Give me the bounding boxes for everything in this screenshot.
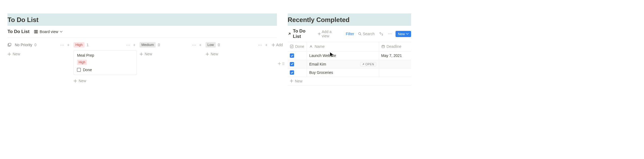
cell-name[interactable]: Email Kim OPEN xyxy=(307,60,379,68)
svg-rect-6 xyxy=(290,45,293,48)
svg-rect-1 xyxy=(35,30,36,33)
checkbox-column-icon xyxy=(290,45,294,48)
new-card-medium[interactable]: New xyxy=(140,50,152,58)
svg-rect-4 xyxy=(9,43,11,45)
search-icon xyxy=(358,32,362,36)
done-checkbox[interactable] xyxy=(290,53,294,58)
new-card-low[interactable]: New xyxy=(206,50,218,58)
checkbox-icon[interactable] xyxy=(77,68,81,72)
new-card-no-priority[interactable]: New xyxy=(8,50,20,58)
svg-point-8 xyxy=(283,62,283,63)
column-add-no-priority[interactable]: ＋ xyxy=(66,42,71,48)
add-view-button[interactable]: Add a view xyxy=(317,29,341,39)
table-row[interactable]: Launch Website May 7, 2021 xyxy=(288,52,411,60)
plus-icon xyxy=(277,62,281,66)
plus-icon xyxy=(290,79,293,83)
svg-rect-7 xyxy=(382,45,385,48)
linked-db-header: To Do List Add a view Filter Search ⋯ Ne… xyxy=(288,26,411,42)
board-column-medium: Medium 0 ⋯ ＋ New xyxy=(140,42,203,85)
more-button[interactable]: ⋯ xyxy=(387,31,393,37)
board: No Priority 0 ⋯ ＋ New High xyxy=(8,38,277,85)
svg-rect-0 xyxy=(34,30,35,33)
chevron-down-icon xyxy=(60,30,63,33)
card-tag-high: High xyxy=(77,60,87,65)
board-column-no-priority: No Priority 0 ⋯ ＋ New xyxy=(8,42,71,85)
plus-icon xyxy=(140,52,143,56)
drag-handle-icon xyxy=(282,62,285,66)
plus-icon xyxy=(8,52,11,56)
filter-button[interactable]: Filter xyxy=(346,32,354,36)
arrow-upper-right-icon xyxy=(288,32,291,36)
new-row-button[interactable]: New xyxy=(396,31,411,37)
empty-tag-icon xyxy=(8,43,12,47)
column-count-medium: 0 xyxy=(158,43,160,47)
column-count-high: 1 xyxy=(87,43,89,47)
card-done-row[interactable]: Done xyxy=(77,68,133,72)
new-card-high[interactable]: New xyxy=(74,77,86,85)
right-banner: Recently Completed xyxy=(288,13,411,26)
column-label-medium[interactable]: Medium xyxy=(140,42,156,48)
card-done-label: Done xyxy=(83,68,92,72)
done-checkbox[interactable] xyxy=(290,70,294,75)
cell-deadline[interactable] xyxy=(379,68,411,77)
left-banner: To Do List xyxy=(8,13,277,26)
add-column-button[interactable]: Add xyxy=(272,43,283,47)
card-title: Meal Prep xyxy=(77,53,133,57)
plus-icon xyxy=(272,43,275,47)
svg-rect-2 xyxy=(37,30,38,33)
board-view-button[interactable]: Board view xyxy=(32,28,64,35)
open-icon xyxy=(362,63,365,66)
svg-point-9 xyxy=(284,62,284,63)
svg-point-10 xyxy=(283,63,283,64)
board-view-label: Board view xyxy=(40,30,58,34)
board-column-high: High 1 ⋯ ＋ Meal Prep High Done xyxy=(74,42,137,85)
cell-deadline[interactable] xyxy=(379,60,411,68)
left-banner-title: To Do List xyxy=(8,16,274,24)
th-deadline[interactable]: Deadline xyxy=(381,44,401,49)
th-done[interactable]: Done xyxy=(290,44,304,49)
open-page-button[interactable]: OPEN xyxy=(360,62,376,66)
th-name[interactable]: Name xyxy=(309,44,324,49)
column-label-high[interactable]: High xyxy=(74,42,85,48)
table-new-row[interactable]: New xyxy=(288,77,411,86)
column-count-no-priority: 0 xyxy=(34,43,36,47)
column-count-low: 0 xyxy=(218,43,220,47)
column-add-high[interactable]: ＋ xyxy=(132,42,137,48)
linked-db-title[interactable]: To Do List xyxy=(288,28,314,39)
cell-name[interactable]: Launch Website xyxy=(307,52,379,60)
column-label-no-priority[interactable]: No Priority xyxy=(8,43,32,47)
done-checkbox[interactable] xyxy=(290,62,294,66)
column-add-medium[interactable]: ＋ xyxy=(198,42,203,48)
board-icon xyxy=(34,30,38,34)
column-label-low[interactable]: Low xyxy=(206,42,216,48)
board-subheader: To Do List Board view xyxy=(8,26,277,38)
recently-completed-table: Done Name Deadline xyxy=(288,42,411,86)
title-column-icon xyxy=(309,45,313,48)
plus-icon xyxy=(74,79,77,83)
plus-icon xyxy=(318,32,321,35)
plus-icon xyxy=(206,52,209,56)
column-menu-no-priority[interactable]: ⋯ xyxy=(60,42,65,48)
chevron-down-icon xyxy=(406,32,409,35)
right-banner-title: Recently Completed xyxy=(288,16,408,24)
card-meal-prep[interactable]: Meal Prep High Done xyxy=(74,50,137,75)
svg-point-12 xyxy=(283,64,283,65)
column-menu-low[interactable]: ⋯ xyxy=(258,42,263,48)
expand-icon xyxy=(379,32,383,36)
svg-point-13 xyxy=(284,64,284,65)
board-title: To Do List xyxy=(8,29,30,34)
row-drag-handle[interactable] xyxy=(282,62,285,66)
svg-point-11 xyxy=(284,63,284,64)
cell-deadline[interactable]: May 7, 2021 xyxy=(379,52,411,60)
table-row[interactable]: Buy Groceries xyxy=(288,68,411,77)
row-add-button[interactable] xyxy=(277,62,281,66)
date-column-icon xyxy=(381,45,385,48)
expand-button[interactable] xyxy=(378,31,384,36)
column-add-low[interactable]: ＋ xyxy=(264,42,269,48)
board-column-low: Low 0 ⋯ ＋ New xyxy=(206,42,269,85)
column-menu-high[interactable]: ⋯ xyxy=(126,42,131,48)
cell-name[interactable]: Buy Groceries xyxy=(307,68,379,77)
search-button[interactable]: Search xyxy=(357,31,376,37)
table-row[interactable]: Email Kim OPEN xyxy=(288,60,411,68)
column-menu-medium[interactable]: ⋯ xyxy=(192,42,197,48)
